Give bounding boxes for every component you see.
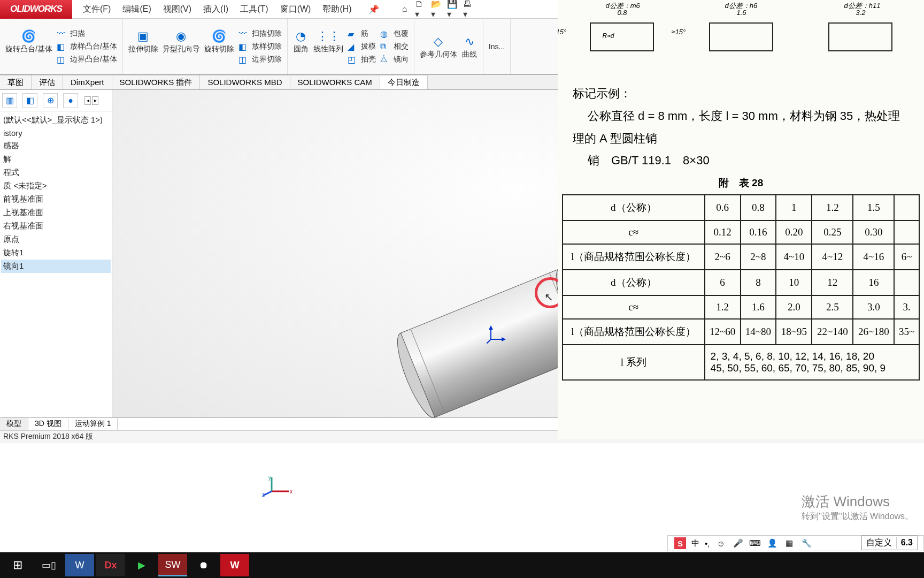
custom-value: 6.3 — [896, 537, 917, 549]
view-triad-icon: x y z — [262, 475, 294, 497]
print-icon[interactable]: 🖶▾ — [463, 3, 475, 15]
ime-grid-icon[interactable]: ▦ — [783, 537, 795, 549]
custom-label[interactable]: 自定义 — [861, 536, 896, 550]
boundary-cut-button[interactable]: ◫边界切除 — [238, 55, 282, 64]
new-icon[interactable]: 🗋▾ — [415, 3, 427, 15]
ime-tool-icon[interactable]: 🔧 — [800, 537, 812, 549]
origin-triad-icon — [487, 325, 508, 346]
ref-heading: 标记示例： — [573, 82, 920, 105]
tab-evaluate[interactable]: 评估 — [32, 75, 63, 89]
menu-help[interactable]: 帮助(H) — [317, 2, 357, 17]
revolve-label: 旋转凸台/基体 — [5, 44, 52, 54]
tree-tab-feature-icon[interactable]: ▥ — [2, 93, 17, 108]
menu-file[interactable]: 文件(F) — [78, 2, 116, 17]
svg-text:y: y — [268, 475, 271, 481]
boundary-button[interactable]: ◫边界凸台/基体 — [57, 55, 117, 64]
tab-plugins[interactable]: SOLIDWORKS 插件 — [112, 75, 201, 89]
ref-line3: 销 GB/T 119.1 8×30 — [573, 149, 920, 172]
extrude-cut-button[interactable]: ▣拉伸切除 — [128, 29, 158, 64]
tree-item[interactable]: istory — [1, 127, 111, 139]
taskbar-word-icon[interactable]: W — [65, 554, 94, 576]
tab-cam[interactable]: SOLIDWORKS CAM — [290, 75, 380, 89]
tree-item[interactable]: 旋转1 — [1, 246, 111, 260]
tree-nav-left-icon[interactable]: ◂ — [84, 96, 91, 105]
fig-type-c: d公差：h11 3.2 — [807, 2, 914, 72]
tree-item[interactable]: 感器 — [1, 139, 111, 153]
draft-button[interactable]: ◢拔模 — [348, 42, 376, 51]
revolve-cut-button[interactable]: 🌀旋转切除 — [204, 29, 234, 64]
tree-item[interactable]: 原点 — [1, 233, 111, 246]
mirror-button[interactable]: ⧊镜向 — [380, 55, 409, 64]
windows-activation-watermark: 激活 Windows 转到"设置"以激活 Windows。 — [802, 492, 913, 522]
menu-window[interactable]: 窗口(W) — [275, 2, 317, 17]
taskbar-media-icon[interactable]: ▶ — [127, 554, 156, 576]
tree-item[interactable]: 程式 — [1, 166, 111, 179]
menu-insert[interactable]: 插入(I) — [198, 2, 234, 17]
hole-wizard-button[interactable]: ◉异型孔向导 — [163, 29, 200, 64]
tree-item-selected[interactable]: 镜向1 — [1, 260, 111, 273]
save-icon[interactable]: 💾▾ — [447, 3, 459, 15]
revolve-boss-button[interactable]: 🌀旋转凸台/基体 — [5, 29, 52, 64]
tree-tab-display-icon[interactable]: ● — [63, 93, 78, 108]
tab-mbd[interactable]: SOLIDWORKS MBD — [200, 75, 290, 89]
fig-type-b: d公差：h6 1.6 ≈15° — [688, 2, 795, 72]
sogou-icon[interactable]: S — [674, 537, 686, 549]
btab-3dview[interactable]: 3D 视图 — [28, 418, 68, 430]
fig-type-a: d公差：m6 0.8 ≈15° R≈d — [568, 2, 675, 72]
svg-marker-6 — [489, 325, 493, 330]
taskbar-record-icon[interactable]: ⏺ — [189, 554, 218, 576]
table-title: 附 表 28 — [562, 176, 920, 190]
menu-tools[interactable]: 工具(T) — [235, 2, 273, 17]
menu-view[interactable]: 视图(V) — [158, 2, 197, 17]
menu-edit[interactable]: 编辑(E) — [117, 2, 156, 17]
home-icon[interactable]: ⌂ — [399, 3, 411, 15]
shell-button[interactable]: ◰抽壳 — [348, 55, 376, 64]
btab-model[interactable]: 模型 — [0, 418, 28, 430]
tree-config[interactable]: (默认<<默认>_显示状态 1>) — [1, 113, 111, 127]
tab-sketch[interactable]: 草图 — [0, 75, 32, 89]
sweep-cut-button[interactable]: 〰扫描切除 — [238, 29, 282, 39]
tree-tab-config-icon[interactable]: ⊕ — [43, 93, 58, 108]
pin-icon[interactable]: 📌 — [368, 3, 380, 15]
btab-motion[interactable]: 运动算例 1 — [68, 418, 118, 430]
rib-button[interactable]: ▰筋 — [348, 29, 376, 39]
tree-tab-property-icon[interactable]: ◧ — [22, 93, 37, 108]
ref-geom-button[interactable]: ◇参考几何体 — [420, 34, 457, 59]
fillet-button[interactable]: ◔圆角 — [293, 29, 309, 64]
feature-tree[interactable]: (默认<<默认>_显示状态 1>) istory 感器 解 程式 质 <未指定>… — [0, 111, 112, 275]
ime-mic-icon[interactable]: 🎤 — [732, 537, 744, 549]
tree-item[interactable]: 解 — [1, 153, 111, 166]
instant-button[interactable]: Ins... — [489, 42, 505, 51]
tree-item[interactable]: 前视基准面 — [1, 193, 111, 206]
reference-document: d公差：m6 0.8 ≈15° R≈d d公差：h6 1.6 ≈15° d公差：… — [558, 0, 924, 439]
ime-lang[interactable]: 中 — [691, 538, 699, 549]
taskbar-dx-icon[interactable]: Dx — [96, 554, 125, 576]
task-view-icon[interactable]: ▭▯ — [34, 554, 63, 576]
curves-button[interactable]: ∿曲线 — [461, 34, 478, 59]
tab-today[interactable]: 今日制造 — [380, 75, 428, 89]
tree-item[interactable]: 上视基准面 — [1, 206, 111, 219]
svg-text:z: z — [262, 492, 265, 497]
ime-keyboard-icon[interactable]: ⌨ — [749, 537, 761, 549]
ime-emoji-icon[interactable]: ☺ — [715, 537, 727, 549]
loft-cut-button[interactable]: ◧放样切除 — [238, 42, 282, 51]
linear-pattern-button[interactable]: ⋮⋮线性阵列 — [313, 29, 343, 64]
tree-nav-right-icon[interactable]: ▸ — [92, 96, 98, 105]
taskbar: ⊞ ▭▯ W Dx ▶ SW ⏺ W — [0, 552, 924, 578]
spec-table: d（公称）0.60.811.21.5 c≈0.120.160.200.250.3… — [562, 194, 920, 381]
start-button[interactable]: ⊞ — [3, 554, 32, 576]
tree-item[interactable]: 质 <未指定> — [1, 179, 111, 193]
taskbar-wps-icon[interactable]: W — [220, 554, 249, 576]
open-icon[interactable]: 📂▾ — [431, 3, 443, 15]
tab-dimxpert[interactable]: DimXpert — [63, 75, 112, 89]
ime-person-icon[interactable]: 👤 — [766, 537, 778, 549]
sweep-button[interactable]: 〰扫描 — [57, 29, 117, 39]
taskbar-solidworks-icon[interactable]: SW — [158, 554, 187, 576]
ref-line2: 理的 A 型圆柱销 — [573, 127, 920, 150]
loft-button[interactable]: ◧放样凸台/基体 — [57, 42, 117, 51]
wrap-button[interactable]: ◍包覆 — [380, 29, 409, 39]
intersect-button[interactable]: ⧉相交 — [380, 42, 409, 51]
svg-marker-8 — [502, 337, 506, 341]
tree-item[interactable]: 右视基准面 — [1, 219, 111, 233]
cursor-icon: ↖ — [544, 291, 553, 303]
